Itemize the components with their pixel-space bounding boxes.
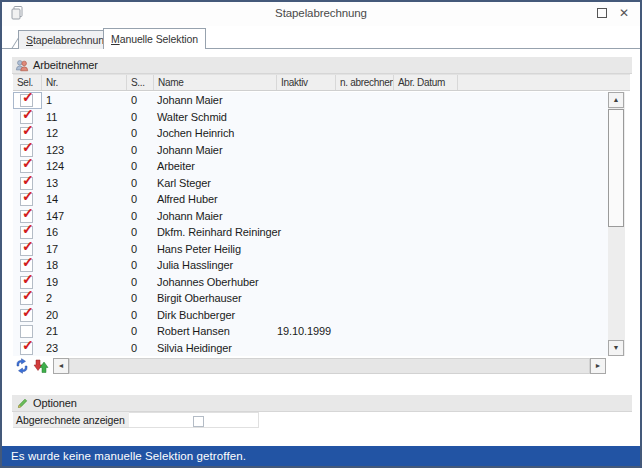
red-check-icon: ✓	[22, 106, 34, 123]
red-check-icon: ✓	[22, 254, 34, 271]
horizontal-scrollbar-track[interactable]	[69, 358, 590, 374]
table-row[interactable]: ✓ 11 0 Walter Schmid	[13, 109, 608, 126]
scroll-down-button[interactable]: ▼	[608, 340, 624, 356]
tab-strip: Stapelabrechnung Manuelle Selektion	[2, 28, 640, 49]
column-header-nr[interactable]: Nr.	[42, 75, 127, 90]
maximize-button[interactable]	[594, 6, 610, 20]
s-cell: 0	[127, 323, 154, 340]
red-check-icon: ✓	[22, 172, 34, 189]
nr-cell: 16	[42, 224, 127, 241]
invert-selection-icon[interactable]	[33, 358, 49, 374]
table-row[interactable]: ✓ 16 0 Dkfm. Reinhard Reininger	[13, 224, 608, 241]
s-cell: 0	[127, 241, 154, 258]
s-cell: 0	[127, 208, 154, 225]
table-row[interactable]: ✓ 17 0 Hans Peter Heilig	[13, 241, 608, 258]
scroll-up-icon: ▲	[613, 96, 620, 103]
nr-cell: 14	[42, 191, 127, 208]
name-cell: Jochen Heinrich	[154, 125, 277, 142]
red-check-icon: ✓	[22, 221, 34, 238]
employees-table: ✓ 1 0 Johann Maier ✓ 11 0 Walter Schmid	[13, 92, 608, 356]
options-row: Abgerechnete anzeigen	[13, 412, 259, 428]
scroll-up-button[interactable]: ▲	[608, 92, 624, 108]
red-check-icon: ✓	[22, 337, 34, 354]
vertical-scrollbar[interactable]: ▲ ▼	[608, 92, 625, 356]
red-check-icon: ✓	[22, 205, 34, 222]
column-header-inaktiv[interactable]: Inaktiv	[277, 75, 336, 90]
red-check-icon: ✓	[22, 139, 34, 156]
name-cell: Johannes Oberhuber	[154, 274, 277, 291]
name-cell: Alfred Huber	[154, 191, 277, 208]
nr-cell: 13	[42, 175, 127, 192]
dialog-window: Stapelabrechnung ✕ Stapelabrechnung Manu…	[0, 0, 642, 468]
nr-cell: 1	[42, 92, 127, 109]
scroll-right-icon: ►	[595, 362, 602, 369]
red-check-icon: ✓	[22, 287, 34, 304]
red-check-icon: ✓	[22, 238, 34, 255]
column-header-abr-datum[interactable]: Abr. Datum	[394, 75, 458, 90]
s-cell: 0	[127, 92, 154, 109]
red-check-icon: ✓	[22, 122, 34, 139]
show-billed-checkbox[interactable]	[193, 416, 204, 427]
inaktiv-cell	[277, 241, 336, 258]
table-row[interactable]: ✓ 14 0 Alfred Huber	[13, 191, 608, 208]
employees-group-title: Arbeitnehmer	[33, 59, 98, 71]
table-row[interactable]: ✓ 13 0 Karl Steger	[13, 175, 608, 192]
table-row[interactable]: ✓ 20 0 Dirk Buchberger	[13, 307, 608, 324]
name-cell: Robert Hansen	[154, 323, 277, 340]
table-row[interactable]: ✓ 2 0 Birgit Oberhauser	[13, 290, 608, 307]
close-button[interactable]: ✕	[616, 6, 632, 20]
table-row[interactable]: ✓ 12 0 Jochen Heinrich	[13, 125, 608, 142]
nr-cell: 147	[42, 208, 127, 225]
name-cell: Birgit Oberhauser	[154, 290, 277, 307]
inaktiv-cell	[277, 92, 336, 109]
scroll-left-button[interactable]: ◄	[53, 358, 69, 374]
inaktiv-cell	[277, 257, 336, 274]
inaktiv-cell	[277, 109, 336, 126]
table-row[interactable]: ✓ 21 0 Robert Hansen 19.10.1999	[13, 323, 608, 340]
table-row[interactable]: ✓ 124 0 Arbeiter	[13, 158, 608, 175]
name-cell: Dkfm. Reinhard Reininger	[154, 224, 277, 241]
sel-cell[interactable]: ✓	[13, 340, 42, 357]
red-check-icon: ✓	[22, 155, 34, 172]
inaktiv-cell	[277, 125, 336, 142]
vertical-scrollbar-thumb[interactable]	[608, 109, 624, 227]
table-footer-row: ◄ ►	[2, 357, 642, 376]
inaktiv-cell	[277, 208, 336, 225]
scroll-left-icon: ◄	[58, 362, 65, 369]
inaktiv-cell	[277, 274, 336, 291]
name-cell: Johann Maier	[154, 142, 277, 159]
scroll-right-button[interactable]: ►	[590, 358, 606, 374]
tab-label: Stapelabrechnung	[26, 31, 110, 49]
table-row[interactable]: ✓ 19 0 Johannes Oberhuber	[13, 274, 608, 291]
close-icon: ✕	[619, 6, 629, 20]
table-header: Sel. Nr. S... Name Inaktiv n. abrechnen …	[13, 74, 630, 91]
nr-cell: 19	[42, 274, 127, 291]
column-header-sel[interactable]: Sel.	[13, 75, 42, 90]
name-cell: Karl Steger	[154, 175, 277, 192]
s-cell: 0	[127, 158, 154, 175]
name-cell: Hans Peter Heilig	[154, 241, 277, 258]
sel-cell[interactable]: ✓	[13, 307, 42, 324]
titlebar: Stapelabrechnung ✕	[2, 2, 640, 26]
s-cell: 0	[127, 340, 154, 357]
table-row[interactable]: ✓ 18 0 Julia Hasslinger	[13, 257, 608, 274]
table-row[interactable]: ✓ 23 0 Silvia Heidinger	[13, 340, 608, 357]
users-icon	[15, 59, 29, 72]
row-checkbox[interactable]: ✓	[20, 309, 33, 322]
refresh-selection-icon[interactable]	[14, 358, 30, 374]
scroll-down-icon: ▼	[613, 344, 620, 351]
s-cell: 0	[127, 191, 154, 208]
table-row[interactable]: ✓ 1 0 Johann Maier	[13, 92, 608, 109]
name-cell: Johann Maier	[154, 92, 277, 109]
nr-cell: 123	[42, 142, 127, 159]
nr-cell: 20	[42, 307, 127, 324]
column-header-n-abrechnen[interactable]: n. abrechnen	[336, 75, 394, 90]
row-checkbox[interactable]: ✓	[20, 342, 33, 355]
table-row[interactable]: ✓ 123 0 Johann Maier	[13, 142, 608, 159]
s-cell: 0	[127, 307, 154, 324]
column-header-s[interactable]: S...	[127, 75, 154, 90]
tab-manuelle-selektion[interactable]: Manuelle Selektion	[103, 28, 206, 49]
column-header-name[interactable]: Name	[154, 75, 277, 90]
s-cell: 0	[127, 109, 154, 126]
table-row[interactable]: ✓ 147 0 Johann Maier	[13, 208, 608, 225]
